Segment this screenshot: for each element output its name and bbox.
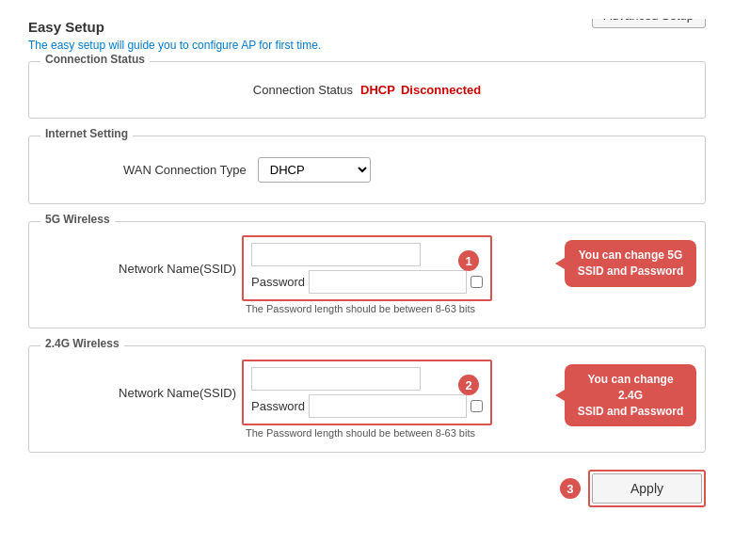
tooltip-24g: You can change 2.4GSSID and Password bbox=[565, 364, 696, 426]
step-2-circle: 2 bbox=[458, 375, 479, 395]
conn-status-label: Connection Status bbox=[253, 83, 353, 97]
internet-setting-legend: Internet Setting bbox=[40, 127, 133, 140]
conn-type-badge: DHCP bbox=[360, 83, 395, 97]
advanced-setup-button[interactable]: Advanced Setup bbox=[592, 19, 706, 28]
wireless-5g-legend: 5G Wireless bbox=[40, 213, 115, 226]
password-5g-label: Password bbox=[251, 275, 305, 289]
internet-setting-section: Internet Setting WAN Connection Type DHC… bbox=[28, 136, 706, 204]
password-24g-hint: The Password length should be between 8-… bbox=[246, 427, 686, 439]
password-24g-input[interactable] bbox=[309, 394, 467, 418]
wan-connection-type-select[interactable]: DHCP PPPoE Static IP bbox=[258, 157, 371, 183]
password-5g-hint: The Password length should be between 8-… bbox=[246, 303, 686, 314]
wireless-24g-legend: 2.4G Wireless bbox=[40, 337, 124, 350]
ssid-24g-input[interactable] bbox=[251, 367, 421, 391]
password-5g-input[interactable] bbox=[309, 270, 467, 294]
step-1-circle: 1 bbox=[458, 250, 479, 271]
step-3-circle: 3 bbox=[560, 478, 581, 499]
apply-button-wrapper: Apply bbox=[588, 470, 706, 507]
conn-state-badge: Disconnected bbox=[401, 83, 481, 97]
ssid-5g-input[interactable] bbox=[251, 243, 421, 266]
apply-row: 3 Apply bbox=[28, 470, 706, 507]
ssid-5g-label: Network Name(SSID) bbox=[104, 262, 236, 276]
connection-status-legend: Connection Status bbox=[40, 53, 150, 66]
connection-status-section: Connection Status Connection Status DHCP… bbox=[28, 61, 706, 119]
password-24g-label: Password bbox=[251, 399, 305, 413]
ssid-24g-label: Network Name(SSID) bbox=[104, 386, 236, 400]
page-subtitle: The easy setup will guide you to configu… bbox=[28, 39, 706, 52]
password-24g-show-checkbox[interactable] bbox=[471, 400, 483, 412]
wan-connection-type-label: WAN Connection Type bbox=[123, 163, 247, 177]
tooltip-5g: You can change 5GSSID and Password bbox=[565, 240, 696, 287]
password-5g-show-checkbox[interactable] bbox=[471, 276, 483, 288]
apply-button[interactable]: Apply bbox=[592, 473, 702, 504]
